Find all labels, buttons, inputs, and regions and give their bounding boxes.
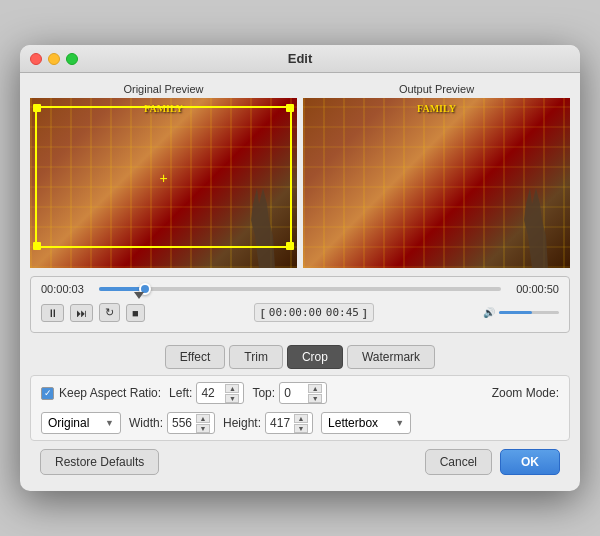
volume-group: 🔊 <box>483 307 559 318</box>
crop-row-1: ✓ Keep Aspect Ratio: Left: 42 ▲ ▼ Top: <box>41 382 559 404</box>
tab-effect[interactable]: Effect <box>165 345 225 369</box>
step-forward-button[interactable]: ⏭ <box>70 304 93 322</box>
volume-fill <box>499 311 532 314</box>
height-spinners: ▲ ▼ <box>294 414 308 433</box>
loop-button[interactable]: ↻ <box>99 303 120 322</box>
volume-slider[interactable] <box>499 311 559 314</box>
stop-button[interactable]: ■ <box>126 304 145 322</box>
output-preview-label: Output Preview <box>303 83 570 95</box>
cancel-button[interactable]: Cancel <box>425 449 492 475</box>
in-out-group: [ 00:00:00 00:45 ] <box>254 303 373 322</box>
ok-button[interactable]: OK <box>500 449 560 475</box>
window-title: Edit <box>288 51 313 66</box>
bracket-open: [ <box>261 307 265 319</box>
top-input[interactable]: 0 ▲ ▼ <box>279 382 327 404</box>
title-bar: Edit <box>20 45 580 73</box>
tab-trim[interactable]: Trim <box>229 345 283 369</box>
tab-crop[interactable]: Crop <box>287 345 343 369</box>
in-time-display: 00:00:00 <box>269 306 322 319</box>
original-preview-panel: Original Preview FAMILY + <box>30 83 297 268</box>
height-field-group: Height: 417 ▲ ▼ <box>223 412 313 434</box>
crop-form-area: ✓ Keep Aspect Ratio: Left: 42 ▲ ▼ Top: <box>30 375 570 441</box>
height-down[interactable]: ▼ <box>294 424 308 433</box>
timeline-start-time: 00:00:03 <box>41 283 91 295</box>
original-dropdown[interactable]: Original ▼ <box>41 412 121 434</box>
keep-aspect-ratio-text: Keep Aspect Ratio: <box>59 386 161 400</box>
top-field-group: Top: 0 ▲ ▼ <box>252 382 327 404</box>
left-input[interactable]: 42 ▲ ▼ <box>196 382 244 404</box>
original-preview-image: FAMILY + <box>30 98 297 268</box>
original-dropdown-arrow: ▼ <box>105 418 114 428</box>
crop-row-2: Original ▼ Width: 556 ▲ ▼ Height: <box>41 412 559 434</box>
left-value: 42 <box>201 386 214 400</box>
timeline-slider-track[interactable] <box>99 287 501 291</box>
timeline-end-time: 00:00:50 <box>509 283 559 295</box>
original-dropdown-value: Original <box>48 416 89 430</box>
timeline-area: 00:00:03 00:00:50 ⏸ ⏭ ↻ ■ [ 00:00:00 00 <box>30 276 570 333</box>
traffic-lights <box>30 53 78 65</box>
circus-text: FAMILY <box>144 103 183 114</box>
tabs-row: Effect Trim Crop Watermark <box>30 339 570 375</box>
width-down[interactable]: ▼ <box>196 424 210 433</box>
width-label: Width: <box>129 416 163 430</box>
letterbox-dropdown-value: Letterbox <box>328 416 378 430</box>
zoom-mode-label: Zoom Mode: <box>492 386 559 400</box>
top-label: Top: <box>252 386 275 400</box>
height-input[interactable]: 417 ▲ ▼ <box>265 412 313 434</box>
width-input[interactable]: 556 ▲ ▼ <box>167 412 215 434</box>
height-up[interactable]: ▲ <box>294 414 308 423</box>
keep-aspect-ratio-label: ✓ Keep Aspect Ratio: <box>41 386 161 400</box>
height-label: Height: <box>223 416 261 430</box>
keep-aspect-ratio-checkbox[interactable]: ✓ <box>41 387 54 400</box>
maximize-button[interactable] <box>66 53 78 65</box>
top-down[interactable]: ▼ <box>308 394 322 403</box>
width-up[interactable]: ▲ <box>196 414 210 423</box>
width-value: 556 <box>172 416 192 430</box>
left-spinners: ▲ ▼ <box>225 384 239 403</box>
restore-defaults-button[interactable]: Restore Defaults <box>40 449 159 475</box>
bottom-bar: Restore Defaults Cancel OK <box>30 441 570 481</box>
top-spinners: ▲ ▼ <box>308 384 322 403</box>
controls-row: ⏸ ⏭ ↻ ■ [ 00:00:00 00:45 ] 🔊 <box>41 299 559 326</box>
pause-button[interactable]: ⏸ <box>41 304 64 322</box>
letterbox-dropdown[interactable]: Letterbox ▼ <box>321 412 411 434</box>
tab-watermark[interactable]: Watermark <box>347 345 435 369</box>
left-field-group: Left: 42 ▲ ▼ <box>169 382 244 404</box>
width-field-group: Width: 556 ▲ ▼ <box>129 412 215 434</box>
timeline-playhead <box>134 292 144 299</box>
volume-icon: 🔊 <box>483 307 495 318</box>
main-window: Edit Original Preview FAMILY + <box>20 45 580 491</box>
right-buttons: Cancel OK <box>425 449 560 475</box>
bracket-close: ] <box>363 307 367 319</box>
out-time-display: 00:45 <box>326 306 359 319</box>
height-value: 417 <box>270 416 290 430</box>
timeline-row: 00:00:03 00:00:50 <box>41 283 559 295</box>
content-area: Original Preview FAMILY + <box>20 73 580 491</box>
top-up[interactable]: ▲ <box>308 384 322 393</box>
left-label: Left: <box>169 386 192 400</box>
output-circus-text: FAMILY <box>417 103 456 114</box>
left-down[interactable]: ▼ <box>225 394 239 403</box>
width-spinners: ▲ ▼ <box>196 414 210 433</box>
letterbox-dropdown-arrow: ▼ <box>395 418 404 428</box>
close-button[interactable] <box>30 53 42 65</box>
original-preview-label: Original Preview <box>30 83 297 95</box>
top-value: 0 <box>284 386 291 400</box>
output-preview-panel: Output Preview FAMILY <box>303 83 570 268</box>
output-preview-image: FAMILY <box>303 98 570 268</box>
left-up[interactable]: ▲ <box>225 384 239 393</box>
minimize-button[interactable] <box>48 53 60 65</box>
preview-area: Original Preview FAMILY + <box>30 83 570 268</box>
